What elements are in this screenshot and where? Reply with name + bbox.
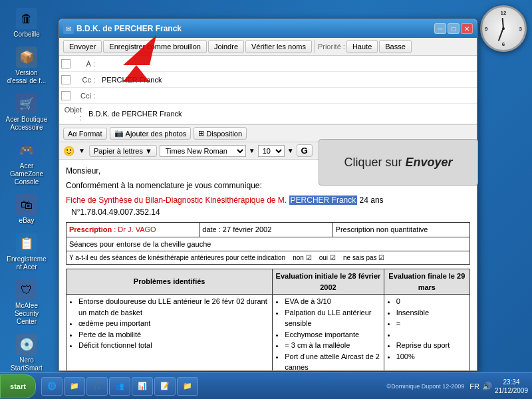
- eval-finale-4: [396, 329, 467, 340]
- subject-input[interactable]: [86, 108, 477, 120]
- taskbar-item-chart[interactable]: 📊: [132, 377, 153, 396]
- prescription-label: Prescription : Dr J. VAGO: [69, 225, 156, 233]
- minimize-button[interactable]: ─: [434, 23, 446, 34]
- taskbar-item-ie[interactable]: 🌐: [41, 377, 63, 396]
- problem-2: œdème peu important: [78, 318, 269, 329]
- prescription-date: date : 27 février 2002: [202, 225, 271, 233]
- to-input[interactable]: [99, 58, 477, 70]
- priority-low-button[interactable]: Basse: [379, 40, 412, 53]
- cc-checkbox[interactable]: [61, 75, 70, 84]
- email-window: ✉ B.D.K. de PERCHER Franck ─ □ ✕ Envoyer…: [59, 19, 477, 371]
- taskbar-item-users[interactable]: 👥: [109, 377, 130, 396]
- col-header-problems: Problèmes identifiés: [66, 269, 273, 295]
- format-label: Format: [79, 130, 102, 138]
- history-sais-pas: ne sais pas ☑: [343, 254, 384, 261]
- window-icon: ✉: [63, 23, 74, 34]
- paper-label: Papier à lettres: [94, 147, 143, 155]
- subject-field-row: Objet :: [59, 104, 477, 124]
- eval-initial-3: Ecchymose importante: [285, 329, 380, 340]
- to-field-row: À :: [59, 56, 477, 72]
- col-header-eval-initial: Evaluation initiale le 28 février 2002: [273, 269, 384, 295]
- seances-label: Séances pour entorse de la cheville gauc…: [66, 237, 470, 251]
- start-label: start: [10, 382, 26, 390]
- eval-finale-5: Reprise du sport: [396, 340, 467, 351]
- desktop-icon-enregistrement[interactable]: 📋 Enregistrement Acer: [3, 230, 51, 274]
- patient-name: PERCHER Franck: [289, 196, 358, 205]
- main-toolbar: Envoyer Enregistrer comme brouillon Join…: [59, 38, 477, 56]
- disposition-icon: ⊞: [198, 129, 204, 138]
- titlebar-buttons: ─ □ ✕: [434, 23, 473, 34]
- taskbar-icons: 🔊: [482, 382, 492, 391]
- font-size-arrow: ▼: [249, 147, 255, 154]
- taskbar-item-folder[interactable]: 📁: [64, 377, 85, 396]
- format-button[interactable]: Aα Format: [63, 128, 107, 140]
- font-size-down-arrow: ▼: [287, 147, 294, 154]
- desktop-icons-area: 🗑 Corbeille 📦 Version d'essai de f... 🛒 …: [0, 0, 53, 372]
- font-size-select[interactable]: 10: [258, 145, 285, 157]
- disposition-button[interactable]: ⊞ Disposition: [194, 127, 247, 140]
- time-display: 23:34: [495, 378, 528, 386]
- cci-label: Cci :: [72, 90, 99, 102]
- send-button[interactable]: Envoyer: [63, 40, 102, 53]
- taskbar-item-media[interactable]: 🎵: [86, 377, 108, 396]
- cci-checkbox[interactable]: [61, 91, 70, 100]
- window-titlebar: ✉ B.D.K. de PERCHER Franck ─ □ ✕: [59, 19, 477, 38]
- ie-icon: 🌐: [47, 382, 57, 390]
- desktop-icon-mcafee[interactable]: 🛡 McAfee Security Center: [3, 277, 51, 329]
- window-title: B.D.K. de PERCHER Franck: [76, 24, 432, 33]
- start-button[interactable]: start: [0, 374, 36, 398]
- fiche-label: Fiche de Synthèse du Bilan-Diagnostic Ki…: [66, 196, 287, 205]
- taskbar-item-folder2[interactable]: 📁: [177, 377, 198, 396]
- maximize-button[interactable]: □: [448, 23, 460, 34]
- fiche-line: Fiche de Synthèse du Bilan-Diagnostic Ki…: [66, 194, 470, 206]
- clock-widget: 12 3 6 9: [480, 5, 527, 52]
- users-icon: 👥: [115, 382, 124, 390]
- cc-input[interactable]: [99, 74, 477, 86]
- desktop-icon-corbeille[interactable]: 🗑 Corbeille: [3, 5, 51, 41]
- body-area[interactable]: Monsieur, Conformément à la nomenclature…: [59, 160, 477, 370]
- check-names-button[interactable]: Vérifier les noms: [245, 40, 312, 53]
- cci-input[interactable]: [99, 90, 477, 102]
- desktop: 🗑 Corbeille 📦 Version d'essai de f... 🛒 …: [0, 0, 532, 399]
- save-draft-button[interactable]: Enregistrer comme brouillon: [103, 40, 207, 53]
- prescription-table: Prescription : Dr J. VAGO date : 27 févr…: [66, 222, 470, 265]
- eval-finale-3: =: [396, 318, 467, 329]
- tooltip-box: Cliquer sur Envoyer: [319, 139, 478, 186]
- taskbar: start 🌐 📁 🎵 👥 📊 📝 📁: [0, 372, 532, 399]
- col-header-eval-finale: Evaluation finale le 29 mars: [384, 269, 469, 295]
- folder-icon: 📁: [70, 382, 79, 390]
- date-display: 21/12/2009: [495, 386, 528, 395]
- priority-high-button[interactable]: Haute: [346, 40, 378, 53]
- smiley-button[interactable]: 🙂: [63, 146, 74, 156]
- attach-button[interactable]: Joindre: [208, 40, 244, 53]
- eval-finale-1: 0: [396, 296, 467, 307]
- problems-table: Problèmes identifiés Evaluation initiale…: [66, 269, 470, 370]
- cc-field-row: Cc :: [59, 72, 477, 88]
- history-oui: oui ☑: [319, 254, 336, 261]
- to-label: À :: [72, 58, 99, 70]
- to-checkbox[interactable]: [61, 59, 70, 68]
- taskbar-item-word[interactable]: 📝: [154, 377, 176, 396]
- taskbar-clock: 23:34 21/12/2009: [495, 378, 528, 395]
- priority-label: Priorité :: [318, 43, 345, 51]
- desktop-icon-gamezone[interactable]: 🎮 Acer GameZone Console: [3, 137, 51, 189]
- desktop-icon-version-essai[interactable]: 📦 Version d'essai de f...: [3, 44, 51, 88]
- prescription-type: Prescription non quantitative: [336, 225, 428, 233]
- eval-initial-1: EVA de à 3/10: [285, 296, 380, 307]
- desktop-icon-acer-boutique[interactable]: 🛒 Acer Boutique Accessoire: [3, 90, 51, 134]
- problem-4: Déficit fonctionnel total: [78, 340, 269, 351]
- table-row: Entorse douloureuse du LLE antérieur le …: [66, 295, 470, 371]
- problem-1: Entorse douloureuse du LLE antérieur le …: [78, 296, 269, 318]
- patient-age: 24 ans: [360, 196, 384, 205]
- toolbar-separator: [315, 40, 315, 53]
- font-name-select[interactable]: Times New Roman: [160, 145, 246, 157]
- fields-area: À : Cc : Cci : Objet :: [59, 56, 477, 125]
- desktop-icon-ebay[interactable]: 🛍 eBay: [3, 192, 51, 227]
- paper-button[interactable]: Papier à lettres ▼: [89, 145, 157, 157]
- close-button[interactable]: ✕: [461, 23, 473, 34]
- taskbar-right: ©Dominique Dupont 12-2009 FR 🔊 23:34 21/…: [383, 378, 532, 395]
- chart-icon: 📊: [138, 382, 147, 390]
- add-photos-button[interactable]: 📷 Ajouter des photos: [110, 127, 192, 140]
- cci-field-row: Cci :: [59, 88, 477, 104]
- bold-button[interactable]: G: [297, 144, 313, 157]
